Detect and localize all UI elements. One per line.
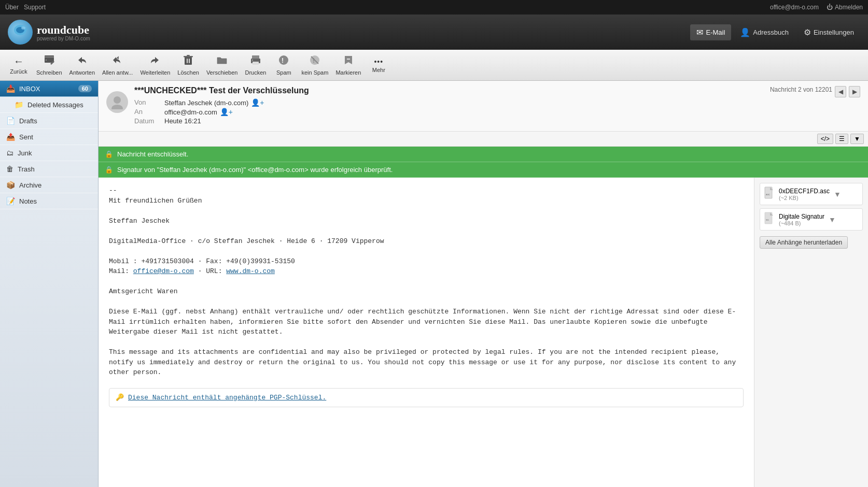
archive-icon: 📦 [6,181,15,189]
sig-menu-button[interactable]: ▼ [829,216,836,224]
email-content: ***UNCHECKED*** Test der Verschlüsselung… [99,81,868,487]
reply-icon [76,54,88,68]
archive-label: Archive [19,181,41,189]
email-subject: ***UNCHECKED*** Test der Verschlüsselung [134,86,764,95]
logo: roundcube powered by DM-O.com [8,20,90,45]
url-link[interactable]: www.dm-o.com [226,267,275,275]
pgp-link[interactable]: Diese Nachricht enthält angehängte PGP-S… [128,393,326,403]
svg-point-5 [46,60,47,61]
deleted-label: Deleted Messages [27,101,83,109]
back-button[interactable]: ← Zurück [5,52,32,79]
toolbar: ← Zurück Schreiben Antworten Al [0,50,868,81]
sidebar-item-sent[interactable]: 📤 Sent [0,129,98,145]
list-view-button[interactable]: ☰ [835,134,848,144]
nav-address-label: Adressbuch [753,28,789,36]
settings-nav-icon: ⚙ [804,27,811,37]
download-all-button[interactable]: Alle Anhänge herunterladen [760,236,848,249]
svg-rect-14 [252,60,253,61]
nav-email[interactable]: ✉ E-Mail [690,24,731,40]
sent-label: Sent [19,133,33,141]
sidebar-item-deleted[interactable]: 📁 Deleted Messages [0,97,98,113]
app-header: roundcube powered by DM-O.com ✉ E-Mail 👤… [0,15,868,50]
support-link[interactable]: Support [24,4,46,11]
from-label: Von [134,98,160,107]
junk-label: Junk [18,149,32,157]
compose-icon [44,54,55,68]
svg-rect-8 [187,55,190,56]
svg-rect-13 [253,62,259,65]
sidebar-item-notes[interactable]: 📝 Notes [0,193,98,209]
email-meta: ***UNCHECKED*** Test der Verschlüsselung… [134,86,764,126]
body-line-6: Mail: office@dm-o.com · URL: www.dm-o.co… [109,266,744,277]
body-disclaimer-de: Diese E-Mail (ggf. nebst Anhang) enthält… [109,307,744,337]
asc-file-size: (~2 KB) [779,195,830,201]
reply-all-icon [112,54,123,68]
delete-icon [183,54,193,68]
to-label: An [134,108,160,116]
svg-text:!: ! [313,57,315,64]
logo-icon [8,20,33,45]
svg-text:ASC: ASC [766,193,770,196]
logo-text-group: roundcube powered by DM-O.com [37,23,90,41]
reply-button[interactable]: Antworten [66,52,99,79]
trash-label: Trash [18,165,35,173]
attachment-sig[interactable]: SIG Digitale Signatur (~484 B) ▼ [760,208,863,231]
attachment-asc[interactable]: ASC 0xDEECF1FD.asc (~2 KB) ▼ [760,183,863,205]
svg-rect-9 [187,59,188,63]
print-button[interactable]: Drucken [242,52,269,79]
forward-button[interactable]: Weiterleiten [137,52,173,79]
from-name: Steffan Jeschek (dm-o.com) [164,99,248,107]
drafts-label: Drafts [19,117,37,125]
sidebar-item-junk[interactable]: 🗂 Junk [0,145,98,161]
next-message-button[interactable]: ▶ [849,86,860,97]
verified-banner: 🔒 Signatur von "Steffan Jeschek (dm-o.co… [99,162,868,178]
deleted-icon: 📁 [15,101,23,109]
delete-button[interactable]: Löschen [174,52,202,79]
sidebar-item-inbox[interactable]: 📥 INBOX 60 [0,81,98,97]
nospam-button[interactable]: ! kein Spam [298,52,331,79]
svg-point-2 [21,26,25,30]
compose-button[interactable]: Schreiben [33,52,65,79]
format-bar: </> ☰ ▼ [99,132,868,147]
email-body-wrapper: -- Mit freundlichen Grüßen Steffan Jesch… [99,178,868,487]
sidebar-item-drafts[interactable]: 📄 Drafts [0,113,98,129]
top-nav: Über Support [5,4,46,11]
add-sender-icon[interactable]: 👤+ [251,98,264,107]
junk-icon: 🗂 [6,149,13,157]
from-value: Steffan Jeschek (dm-o.com) 👤+ [164,98,264,107]
trash-icon: 🗑 [6,165,13,173]
uber-link[interactable]: Über [5,4,19,11]
body-line-7: Amtsgericht Waren [109,287,744,297]
svg-point-22 [111,105,123,109]
svg-rect-4 [45,56,54,58]
spam-button[interactable]: ! Spam [270,52,297,79]
verified-text: Signatur von "Steffan Jeschek (dm-o.com)… [117,166,393,174]
email-navigation: Nachricht 2 von 12201 ◀ ▶ [770,86,860,97]
svg-text:SIG: SIG [766,219,769,221]
pgp-key-icon: 🔑 [116,393,124,403]
body-line-1: -- [109,185,744,196]
sig-file-size: (~484 B) [779,220,824,226]
add-recipient-icon[interactable]: 👤+ [220,108,233,116]
sent-icon: 📤 [6,133,15,141]
more-button[interactable]: ••• Mehr [365,52,392,79]
asc-menu-button[interactable]: ▼ [834,190,841,198]
reply-all-button[interactable]: Allen antw... [99,52,136,79]
sidebar-item-trash[interactable]: 🗑 Trash [0,161,98,177]
nav-settings[interactable]: ⚙ Einstellungen [797,24,860,40]
print-icon [250,54,261,68]
email-nav-icon: ✉ [696,27,703,37]
mark-button[interactable]: Markieren [332,52,364,79]
svg-point-21 [114,96,121,104]
nav-address[interactable]: 👤 Adressbuch [734,24,795,40]
sidebar-item-archive[interactable]: 📦 Archive [0,177,98,193]
svg-rect-6 [185,57,192,65]
body-line-2: Mit freundlichen Grüßen [109,196,744,206]
source-button[interactable]: </> [817,134,833,144]
mail-link[interactable]: office@dm-o.com [133,267,194,275]
logout-button[interactable]: ⏻ Abmelden [827,4,863,11]
prev-message-button[interactable]: ◀ [835,86,846,97]
move-button[interactable]: Verschieben [203,52,241,79]
expand-button[interactable]: ▼ [850,134,864,144]
body-disclaimer-en: This message and its attachments are con… [109,347,744,378]
